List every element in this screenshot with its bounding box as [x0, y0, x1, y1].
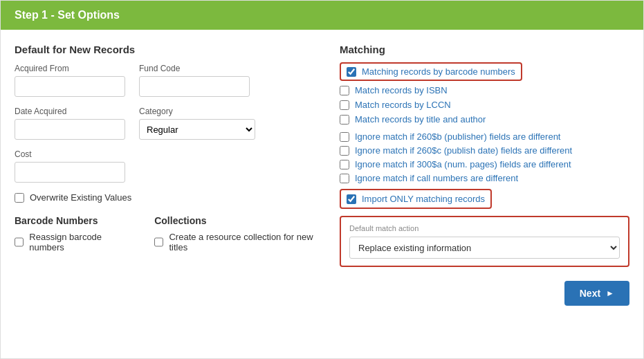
category-group: Category Regular Reference Periodical: [139, 107, 255, 140]
main-content: Default for New Records Acquired From Fu…: [1, 30, 643, 274]
ignore-publisher-checkbox[interactable]: [340, 132, 349, 142]
left-panel: Default for New Records Acquired From Fu…: [15, 44, 326, 267]
barcode-section: Barcode Numbers Reassign barcode numbers: [15, 215, 134, 258]
match-lccn-row: Match records by LCCN: [340, 100, 629, 110]
ignore-callnumbers-row: Ignore match if call numbers are differe…: [340, 173, 629, 183]
next-label: Next: [580, 288, 600, 299]
collections-section-title: Collections: [154, 215, 326, 226]
ignore-numpages-checkbox[interactable]: [340, 160, 349, 169]
ignore-publisher-label: Ignore match if 260$b (publisher) fields…: [355, 131, 560, 142]
page-title: Step 1 - Set Options: [15, 9, 120, 21]
overwrite-section: Overwrite Existing Values: [15, 192, 326, 203]
category-select[interactable]: Regular Reference Periodical: [139, 119, 255, 140]
next-button[interactable]: Next ►: [564, 281, 629, 306]
overwrite-row: Overwrite Existing Values: [15, 192, 326, 203]
page-wrapper: Step 1 - Set Options Default for New Rec…: [0, 0, 644, 359]
ignore-pubdate-label: Ignore match if 260$c (publish date) fie…: [355, 145, 572, 156]
acquired-from-group: Acquired From: [15, 64, 125, 97]
create-collection-row: Create a resource collection for new tit…: [154, 232, 326, 252]
create-collection-label: Create a resource collection for new tit…: [169, 232, 326, 252]
default-section-title: Default for New Records: [15, 44, 326, 55]
date-acquired-group: Date Acquired 03/20/2020: [15, 107, 125, 140]
match-barcode-row: Matching records by barcode numbers: [340, 62, 522, 81]
barcode-section-title: Barcode Numbers: [15, 215, 134, 226]
reassign-row: Reassign barcode numbers: [15, 232, 134, 252]
reassign-label: Reassign barcode numbers: [29, 232, 134, 252]
row-date-category: Date Acquired 03/20/2020 Category Regula…: [15, 107, 326, 149]
collections-section: Collections Create a resource collection…: [154, 215, 326, 258]
import-only-checkbox[interactable]: [347, 194, 356, 204]
cost-group: Cost: [15, 149, 326, 183]
ignore-publisher-row: Ignore match if 260$b (publisher) fields…: [340, 131, 629, 142]
create-collection-checkbox[interactable]: [154, 237, 163, 247]
next-arrow-icon: ►: [606, 288, 614, 298]
ignore-pubdate-row: Ignore match if 260$c (publish date) fie…: [340, 145, 629, 156]
ignore-numpages-row: Ignore match if 300$a (num. pages) field…: [340, 159, 629, 169]
matching-title: Matching: [340, 44, 629, 55]
ignore-callnumbers-checkbox[interactable]: [340, 174, 349, 183]
right-panel: Matching Matching records by barcode num…: [340, 44, 629, 267]
date-acquired-label: Date Acquired: [15, 107, 125, 116]
fund-code-group: Fund Code: [139, 64, 250, 97]
cost-label: Cost: [15, 149, 326, 159]
match-isbn-row: Match records by ISBN: [340, 85, 629, 95]
match-isbn-label: Match records by ISBN: [355, 85, 448, 95]
cost-input[interactable]: [15, 162, 125, 183]
default-match-label: Default match action: [349, 224, 620, 232]
fund-code-label: Fund Code: [139, 64, 250, 73]
match-lccn-checkbox[interactable]: [340, 100, 349, 110]
match-barcode-checkbox[interactable]: [347, 67, 356, 77]
match-title-author-checkbox[interactable]: [340, 115, 349, 125]
overwrite-label: Overwrite Existing Values: [30, 192, 131, 203]
ignore-options-group: Ignore match if 260$b (publisher) fields…: [340, 131, 629, 183]
row-acquired-fund: Acquired From Fund Code: [15, 64, 326, 107]
import-only-section: Import ONLY matching records: [340, 189, 629, 212]
barcode-collections-row: Barcode Numbers Reassign barcode numbers…: [15, 215, 326, 258]
acquired-from-label: Acquired From: [15, 64, 125, 73]
ignore-pubdate-checkbox[interactable]: [340, 146, 349, 156]
match-title-author-row: Match records by title and author: [340, 114, 629, 125]
match-barcode-label: Matching records by barcode numbers: [362, 66, 515, 77]
ignore-callnumbers-label: Ignore match if call numbers are differe…: [355, 173, 518, 183]
page-header: Step 1 - Set Options: [1, 1, 643, 30]
overwrite-checkbox[interactable]: [15, 193, 24, 203]
match-title-author-label: Match records by title and author: [355, 114, 486, 125]
import-only-row: Import ONLY matching records: [340, 189, 492, 209]
reassign-checkbox[interactable]: [15, 237, 24, 247]
category-label: Category: [139, 107, 255, 116]
match-isbn-checkbox[interactable]: [340, 86, 349, 95]
default-match-box: Default match action Replace existing in…: [340, 216, 629, 267]
import-only-label: Import ONLY matching records: [362, 194, 485, 204]
ignore-numpages-label: Ignore match if 300$a (num. pages) field…: [355, 159, 571, 169]
default-match-select[interactable]: Replace existing information Overlay exi…: [349, 237, 620, 259]
date-acquired-input[interactable]: 03/20/2020: [15, 119, 125, 140]
fund-code-input[interactable]: [139, 76, 250, 97]
match-lccn-label: Match records by LCCN: [355, 100, 451, 110]
acquired-from-input[interactable]: [15, 76, 125, 97]
footer: Next ►: [1, 274, 643, 315]
